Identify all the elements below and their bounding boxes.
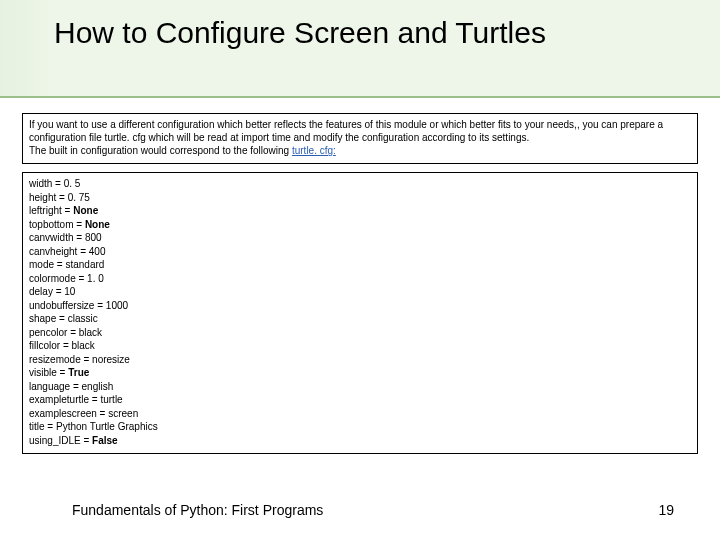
config-line: fillcolor = black — [29, 339, 691, 353]
config-line: mode = standard — [29, 258, 691, 272]
config-value: turtle — [100, 394, 122, 405]
config-value: False — [92, 435, 118, 446]
config-line: examplescreen = screen — [29, 407, 691, 421]
intro-paragraph-2-prefix: The built in configuration would corresp… — [29, 145, 292, 156]
config-line: canvwidth = 800 — [29, 231, 691, 245]
config-value: 800 — [85, 232, 102, 243]
config-box: width = 0. 5height = 0. 75leftright = No… — [22, 172, 698, 454]
config-line: delay = 10 — [29, 285, 691, 299]
config-value: None — [85, 219, 110, 230]
banner-rule — [0, 96, 720, 98]
config-line: shape = classic — [29, 312, 691, 326]
config-value: noresize — [92, 354, 130, 365]
config-value: screen — [108, 408, 138, 419]
config-line: leftright = None — [29, 204, 691, 218]
config-value: True — [68, 367, 89, 378]
config-line: language = english — [29, 380, 691, 394]
config-value: classic — [68, 313, 98, 324]
config-value: None — [73, 205, 98, 216]
config-value: Python Turtle Graphics — [56, 421, 158, 432]
config-line: using_IDLE = False — [29, 434, 691, 448]
turtle-cfg-link[interactable]: turtle. cfg: — [292, 145, 336, 156]
config-line: undobuffersize = 1000 — [29, 299, 691, 313]
config-value: 0. 75 — [68, 192, 90, 203]
config-line: pencolor = black — [29, 326, 691, 340]
config-line: canvheight = 400 — [29, 245, 691, 259]
slide: How to Configure Screen and Turtles If y… — [0, 0, 720, 540]
config-line: visible = True — [29, 366, 691, 380]
config-value: 1000 — [106, 300, 128, 311]
config-line: height = 0. 75 — [29, 191, 691, 205]
config-line: resizemode = noresize — [29, 353, 691, 367]
slide-title: How to Configure Screen and Turtles — [54, 16, 700, 50]
config-value: black — [79, 327, 102, 338]
config-line: width = 0. 5 — [29, 177, 691, 191]
config-value: 1. 0 — [87, 273, 104, 284]
intro-box: If you want to use a different configura… — [22, 113, 698, 164]
config-value: 400 — [89, 246, 106, 257]
page-number: 19 — [658, 502, 674, 518]
config-value: 0. 5 — [64, 178, 81, 189]
config-value: english — [82, 381, 114, 392]
config-line: title = Python Turtle Graphics — [29, 420, 691, 434]
footer-text: Fundamentals of Python: First Programs — [72, 502, 323, 518]
config-line: topbottom = None — [29, 218, 691, 232]
intro-paragraph-1: If you want to use a different configura… — [29, 119, 663, 143]
config-value: 10 — [64, 286, 75, 297]
config-value: black — [72, 340, 95, 351]
config-line: exampleturtle = turtle — [29, 393, 691, 407]
config-value: standard — [65, 259, 104, 270]
config-line: colormode = 1. 0 — [29, 272, 691, 286]
